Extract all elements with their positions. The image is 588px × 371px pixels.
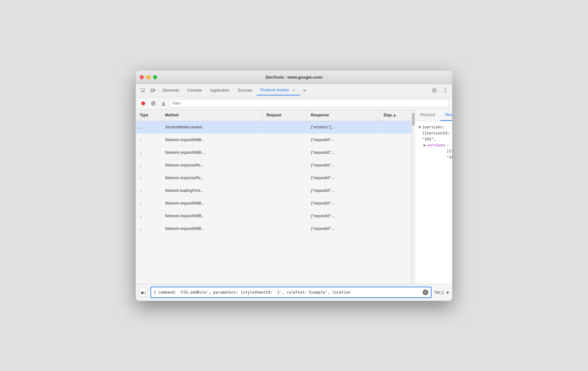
table-row[interactable]: ↓ Network.requestWillB... {"requestId":.…	[136, 210, 411, 223]
response-content: ▼ {versions: [{versionId: "162", ▶ versi…	[415, 121, 452, 284]
minimize-button[interactable]	[146, 75, 150, 79]
cell-response: {"requestId":...	[307, 134, 380, 146]
svg-rect-3	[144, 88, 145, 90]
table-row[interactable]: ↓ Network.loadingFinis... {"requestId":.…	[136, 185, 411, 197]
command-input-container: ×	[150, 287, 431, 298]
titlebar: DevTools - www.google.com/	[136, 71, 452, 84]
cell-request	[263, 121, 307, 133]
command-clear-button[interactable]: ×	[423, 290, 428, 295]
table-body: ↓ ServiceWorker.worker... {"versions":[.…	[136, 121, 411, 284]
cell-request	[263, 210, 307, 222]
console-toggle-button[interactable]: ▶|	[139, 288, 148, 297]
more-tabs-button[interactable]: »	[301, 86, 309, 94]
more-options-button[interactable]: ⋮	[441, 86, 450, 95]
tab-response[interactable]: Response	[440, 110, 452, 121]
devtools-window: DevTools - www.google.com/	[136, 70, 452, 301]
cell-elapsed	[380, 172, 411, 184]
table-row[interactable]: ↓ Network.requestWillB... {"requestId":.…	[136, 134, 411, 146]
traffic-lights	[140, 75, 157, 79]
cell-elapsed	[380, 159, 411, 172]
tab-application[interactable]: Application	[206, 85, 233, 95]
cell-method: ServiceWorker.worker...	[161, 121, 263, 133]
maximize-button[interactable]	[153, 75, 157, 79]
cell-response: {"requestId":...	[307, 210, 380, 222]
cell-request	[263, 172, 307, 184]
svg-rect-13	[142, 102, 144, 104]
scrollbar-thumb[interactable]	[412, 113, 415, 126]
cell-response: {"versions":[...	[307, 121, 380, 133]
cell-response: {"requestId":...	[307, 146, 380, 159]
right-panel: Request Response ▼ {versions: [{versionI…	[415, 110, 452, 284]
svg-rect-8	[151, 89, 154, 91]
tab-close-icon[interactable]: ✕	[291, 88, 296, 93]
table-header: Type Method Request Response Elap.▲	[136, 110, 411, 121]
table-row[interactable]: ↓ Network.requestWillB... {"requestId":.…	[136, 223, 411, 235]
cell-type: ↓	[136, 172, 161, 184]
select-element-icon[interactable]	[138, 86, 147, 95]
toolbar-right: ⋮	[430, 86, 450, 95]
cell-elapsed	[380, 134, 411, 146]
settings-button[interactable]	[430, 86, 439, 95]
cell-type: ↓	[136, 210, 161, 222]
tab-protocol-monitor[interactable]: Protocol monitor ✕	[257, 85, 300, 95]
close-button[interactable]	[140, 75, 144, 79]
cell-response: {"requestId":...	[307, 159, 380, 172]
cell-elapsed	[380, 146, 411, 159]
cell-elapsed	[380, 185, 411, 197]
cell-elapsed	[380, 223, 411, 235]
cell-type: ↓	[136, 134, 161, 146]
filter-input[interactable]	[169, 99, 449, 107]
record-button[interactable]	[139, 99, 147, 107]
cell-type: ↓	[136, 159, 161, 172]
expand-triangle[interactable]: ▼	[419, 124, 421, 130]
cell-method: Network.loadingFinis...	[161, 185, 263, 197]
header-method: Method	[161, 110, 263, 121]
svg-rect-9	[154, 89, 155, 91]
cell-elapsed	[380, 197, 411, 210]
device-toggle-icon[interactable]	[149, 86, 157, 95]
bottom-bar: ▶| × Tab () ▾	[136, 284, 452, 301]
cell-request	[263, 223, 307, 235]
svg-rect-5	[141, 91, 141, 92]
right-tab-bar: Request Response	[415, 110, 452, 121]
cell-type: ↓	[136, 146, 161, 159]
cell-method: Network.responseRe...	[161, 159, 263, 172]
json-line-2: ▶ versions : [{versionId: "162	[419, 142, 449, 161]
cell-request	[263, 146, 307, 159]
table-row[interactable]: ↓ ServiceWorker.worker... {"versions":[.…	[136, 121, 411, 134]
tab-sources[interactable]: Sources	[234, 85, 256, 95]
cell-method: Network.responseRe...	[161, 172, 263, 184]
tab-hint: Tab ()	[434, 290, 444, 295]
cell-method: Network.requestWillB...	[161, 223, 263, 235]
cell-method: Network.requestWillB...	[161, 210, 263, 222]
json-line-1: ▼ {versions: [{versionId: "162",	[419, 124, 449, 143]
cell-response: {"requestId":...	[307, 223, 380, 235]
cell-response: {"requestId":...	[307, 185, 380, 197]
cell-type: ↓	[136, 223, 161, 235]
table-row[interactable]: ↓ Network.requestWillB... {"requestId":.…	[136, 197, 411, 210]
cell-type: ↓	[136, 121, 161, 133]
tab-elements[interactable]: Elements	[159, 85, 183, 95]
cell-request	[263, 185, 307, 197]
header-request: Request	[263, 110, 307, 121]
table-row[interactable]: ↓ Network.responseRe... {"requestId":...	[136, 159, 411, 172]
table-scrollbar[interactable]	[412, 110, 415, 284]
tab-bar: Elements Console Application Sources Pro…	[136, 84, 452, 97]
table-row[interactable]: ↓ Network.responseRe... {"requestId":...	[136, 172, 411, 185]
main-content: Type Method Request Response Elap.▲ ↓	[136, 110, 452, 284]
command-input[interactable]	[154, 290, 423, 295]
collapse-triangle[interactable]: ▶	[424, 142, 426, 148]
header-elapsed: Elap.▲	[380, 110, 412, 121]
dropdown-button[interactable]: ▾	[446, 290, 449, 296]
cell-method: Network.requestWillB...	[161, 197, 263, 210]
action-bar	[136, 97, 452, 110]
cell-request	[263, 197, 307, 210]
svg-point-11	[434, 90, 435, 91]
tab-console[interactable]: Console	[183, 85, 206, 95]
tab-request[interactable]: Request	[415, 110, 440, 121]
clear-button[interactable]	[149, 99, 157, 107]
download-button[interactable]	[159, 99, 168, 107]
cell-method: Network.requestWillB...	[161, 146, 263, 159]
table-row[interactable]: ↓ Network.requestWillB... {"requestId":.…	[136, 146, 411, 159]
svg-rect-1	[141, 88, 141, 90]
